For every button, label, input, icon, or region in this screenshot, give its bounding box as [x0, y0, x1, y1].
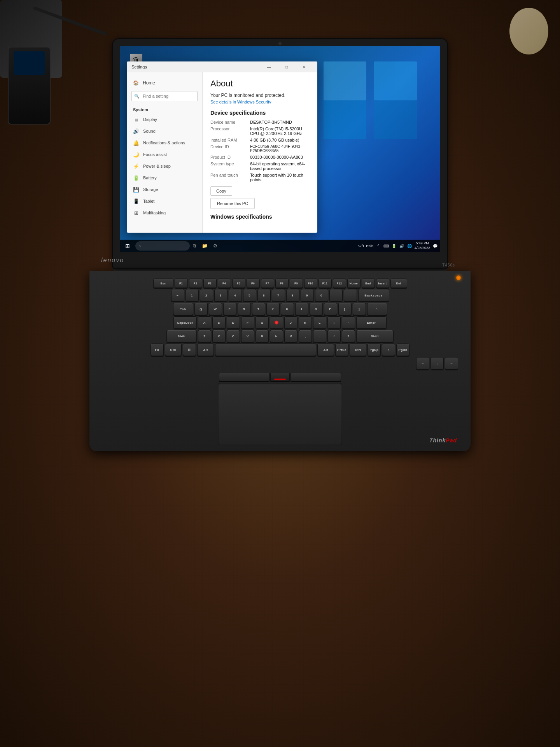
- key-8[interactable]: 8: [286, 289, 299, 302]
- nav-multitasking[interactable]: ⊞ Multitasking: [127, 207, 202, 219]
- start-button[interactable]: ⊞: [122, 240, 133, 251]
- key-e[interactable]: E: [223, 303, 236, 315]
- key-left[interactable]: ←: [416, 357, 429, 370]
- copy-button[interactable]: Copy: [210, 186, 232, 196]
- tray-battery[interactable]: 🔋: [391, 243, 397, 249]
- tray-keyboard[interactable]: ⌨: [383, 243, 389, 249]
- key-f7[interactable]: F7: [261, 279, 274, 288]
- key-slash[interactable]: /: [327, 330, 341, 342]
- key-space[interactable]: [215, 344, 316, 356]
- key-f1[interactable]: F1: [175, 279, 188, 288]
- close-button[interactable]: ✕: [296, 61, 313, 72]
- tray-chevron[interactable]: ^: [376, 243, 381, 249]
- key-shift-right[interactable]: Shift: [356, 330, 394, 342]
- key-a[interactable]: A: [198, 316, 211, 329]
- settings-search-input[interactable]: [131, 91, 198, 101]
- nav-home[interactable]: 🏠 Home: [127, 77, 202, 89]
- key-w[interactable]: W: [209, 303, 222, 315]
- key-equals[interactable]: =: [344, 289, 357, 302]
- key-f2[interactable]: F2: [189, 279, 202, 288]
- key-backspace[interactable]: Backspace: [358, 289, 389, 302]
- nav-storage[interactable]: 💾 Storage: [127, 184, 202, 195]
- key-6[interactable]: 6: [257, 289, 271, 302]
- key-f6[interactable]: F6: [247, 279, 260, 288]
- key-i[interactable]: I: [295, 303, 308, 315]
- key-alt-left[interactable]: Alt: [197, 344, 214, 356]
- key-f3[interactable]: F3: [203, 279, 217, 288]
- key-j[interactable]: J: [284, 316, 298, 329]
- key-pgup[interactable]: PgUp: [368, 344, 381, 356]
- key-f[interactable]: F: [241, 316, 254, 329]
- key-end[interactable]: End: [362, 279, 375, 288]
- key-rbracket[interactable]: ]: [353, 303, 366, 315]
- trackpad[interactable]: [218, 383, 342, 445]
- key-semicolon[interactable]: ;: [327, 316, 341, 329]
- key-v[interactable]: V: [241, 330, 254, 342]
- nav-sound[interactable]: 🔊 Sound: [127, 125, 202, 137]
- key-k[interactable]: K: [299, 316, 312, 329]
- key-d[interactable]: D: [227, 316, 240, 329]
- key-z[interactable]: Z: [198, 330, 211, 342]
- key-del[interactable]: Del: [390, 279, 407, 288]
- trackpoint[interactable]: [275, 321, 278, 324]
- key-insert[interactable]: Insert: [376, 279, 389, 288]
- taskbar-search[interactable]: ○: [135, 241, 190, 251]
- key-r[interactable]: R: [238, 303, 251, 315]
- rename-pc-button[interactable]: Rename this PC: [210, 198, 255, 209]
- tray-network[interactable]: 🌐: [407, 243, 412, 249]
- key-lbracket[interactable]: [: [338, 303, 352, 315]
- key-l[interactable]: L: [313, 316, 326, 329]
- key-ctrl-right[interactable]: Ctrl: [350, 344, 366, 356]
- key-prtsc[interactable]: PrtSc: [335, 344, 348, 356]
- key-p[interactable]: P: [324, 303, 337, 315]
- key-5[interactable]: 5: [243, 289, 256, 302]
- key-2[interactable]: 2: [200, 289, 213, 302]
- key-period[interactable]: .: [313, 330, 326, 342]
- nav-battery[interactable]: 🔋 Battery: [127, 172, 202, 184]
- maximize-button[interactable]: □: [278, 61, 295, 72]
- key-0[interactable]: 0: [315, 289, 328, 302]
- key-f8[interactable]: F8: [275, 279, 289, 288]
- key-n[interactable]: N: [270, 330, 283, 342]
- taskbar-clock[interactable]: 5:49 PM 4/28/2022: [415, 241, 430, 250]
- key-win[interactable]: ⊞: [183, 344, 196, 356]
- key-x[interactable]: X: [212, 330, 226, 342]
- key-minus[interactable]: -: [329, 289, 343, 302]
- taskbar-settings-icon[interactable]: ⚙: [211, 240, 220, 251]
- key-ctrl-left[interactable]: Ctrl: [165, 344, 182, 356]
- key-enter[interactable]: Enter: [356, 316, 387, 329]
- trackpad-left-button[interactable]: [219, 373, 270, 381]
- key-quote[interactable]: ': [342, 316, 355, 329]
- key-y[interactable]: Y: [266, 303, 280, 315]
- nav-power[interactable]: ⚡ Power & sleep: [127, 160, 202, 172]
- key-s[interactable]: S: [212, 316, 226, 329]
- key-fn[interactable]: Fn: [150, 344, 164, 356]
- nav-focus[interactable]: 🌙 Focus assist: [127, 149, 202, 160]
- key-f9[interactable]: F9: [290, 279, 303, 288]
- key-f12[interactable]: F12: [333, 279, 346, 288]
- key-f4[interactable]: F4: [218, 279, 231, 288]
- key-7[interactable]: 7: [272, 289, 285, 302]
- key-f11[interactable]: F11: [318, 279, 332, 288]
- key-g[interactable]: G: [256, 316, 269, 329]
- nav-tablet[interactable]: 📱 Tablet: [127, 195, 202, 207]
- key-up[interactable]: ↑: [382, 344, 395, 356]
- key-f5[interactable]: F5: [232, 279, 245, 288]
- key-tab[interactable]: Tab: [173, 303, 193, 315]
- key-right[interactable]: →: [445, 357, 458, 370]
- key-3[interactable]: 3: [214, 289, 228, 302]
- trackpad-right-button[interactable]: [290, 373, 341, 381]
- key-alt-right[interactable]: Alt: [317, 344, 334, 356]
- nav-notifications[interactable]: 🔔 Notifications & actions: [127, 137, 202, 149]
- key-1[interactable]: 1: [186, 289, 199, 302]
- key-backslash[interactable]: \: [367, 303, 387, 315]
- key-tilde[interactable]: ~: [171, 289, 184, 302]
- key-m[interactable]: M: [284, 330, 298, 342]
- minimize-button[interactable]: —: [261, 61, 278, 72]
- tray-volume[interactable]: 🔊: [399, 243, 404, 249]
- key-h[interactable]: H: [270, 316, 283, 329]
- key-f10[interactable]: F10: [304, 279, 317, 288]
- security-link[interactable]: See details in Windows Security: [210, 100, 310, 104]
- key-esc[interactable]: Esc: [153, 279, 173, 288]
- key-9[interactable]: 9: [301, 289, 314, 302]
